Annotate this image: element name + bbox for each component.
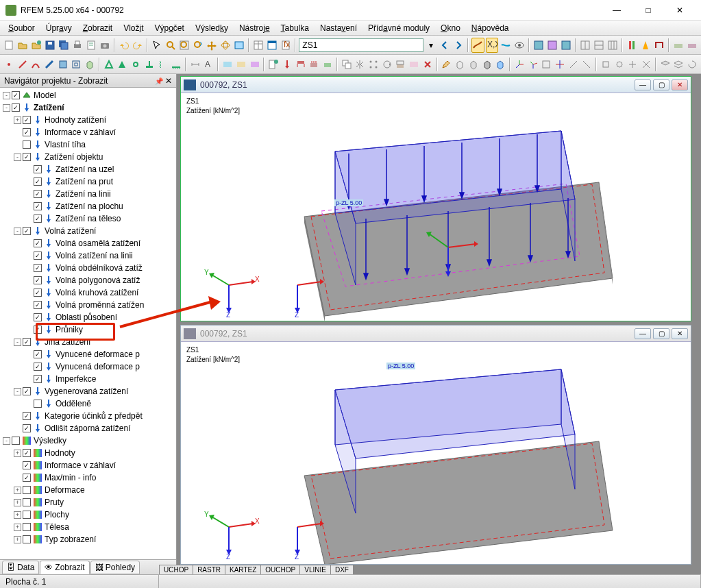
tree-item[interactable]: ✓Zatížení na plochu [0,200,176,212]
menu-okno[interactable]: Okno [435,22,466,34]
menu-vlozit[interactable]: Vložit [118,22,149,34]
saveall-icon[interactable] [58,38,70,53]
tree-checkbox[interactable]: ✓ [34,301,42,309]
menu-nastroje[interactable]: Nástroje [234,22,275,34]
text-icon[interactable]: A [203,57,215,72]
tree-item[interactable]: ✓Vynucená deformace p [0,360,176,373]
doc-icon[interactable] [85,38,97,53]
arc-icon[interactable] [29,57,42,72]
mdi-canvas-1[interactable]: ZS1 Zatížení [kN/m^2] [181,93,691,321]
tree-checkbox[interactable]: ✓ [23,424,31,432]
support3-icon[interactable] [143,57,156,72]
mat2-icon[interactable] [686,38,698,53]
eye-icon[interactable] [513,38,526,53]
tree-item[interactable]: ✓Odlišit záporná zatížení [0,422,176,434]
grid2-icon[interactable] [593,38,605,53]
load-surf-icon[interactable] [308,57,320,72]
snap1-icon[interactable] [600,57,612,72]
view-tab-uchop[interactable]: UCHOP [159,565,193,574]
tree-checkbox[interactable]: ✓ [23,338,31,346]
tree-checkbox[interactable] [12,437,20,445]
lc-new-icon[interactable] [267,57,280,72]
save-icon[interactable] [44,38,56,53]
tree-checkbox[interactable] [23,523,31,531]
tree-expander-icon[interactable]: + [14,536,21,543]
tree-checkbox[interactable]: ✓ [34,165,42,173]
tree-expander-icon[interactable]: - [14,228,21,235]
tree-checkbox[interactable] [23,535,31,543]
opening-icon[interactable] [70,57,82,72]
tree-expander-icon[interactable]: + [14,511,21,519]
axis5-icon[interactable] [567,57,580,72]
open-icon[interactable] [16,38,29,53]
mirror-icon[interactable] [354,57,367,72]
grid1-icon[interactable] [579,38,591,53]
dim-icon[interactable] [189,57,201,72]
tree-item[interactable]: -✓Model [0,89,176,101]
axis6-icon[interactable] [581,57,593,72]
rotate-icon[interactable] [219,38,232,53]
layer1-icon[interactable] [659,57,672,72]
tree-checkbox[interactable]: ✓ [12,91,20,99]
tree-expander-icon[interactable]: - [14,339,21,346]
node-icon[interactable] [3,57,15,72]
tree-checkbox[interactable]: ✓ [12,103,20,112]
mdi-close-1[interactable]: ✕ [672,79,688,90]
menu-moduly[interactable]: Přídavné moduly [362,22,435,34]
tree-item[interactable]: -✓Zatížení [0,101,176,114]
minimize-button[interactable]: — [601,0,632,21]
mdi-titlebar-1[interactable]: 000792, ZS1 — ▢ ✕ [181,77,691,93]
support1-icon[interactable] [103,57,115,72]
new-file-icon[interactable] [3,38,15,53]
close-button[interactable]: ✕ [664,0,696,21]
tree-item[interactable]: ✓Informace v záhlaví [0,126,176,138]
q-icon[interactable] [295,57,307,72]
layer2-icon[interactable] [673,57,685,72]
pan-icon[interactable] [206,38,218,53]
surface-icon[interactable] [57,57,69,72]
tree-checkbox[interactable]: ✓ [34,190,42,198]
rotate-copy-icon[interactable] [381,57,393,72]
view-tab-vlinie[interactable]: VLINIE [299,565,331,574]
nav-next-icon[interactable] [452,38,465,53]
tree-checkbox[interactable]: ✓ [23,153,31,161]
open2-icon[interactable] [30,38,42,53]
axis4-icon[interactable] [554,57,566,72]
tree-checkbox[interactable]: ✓ [34,375,42,383]
print-icon[interactable] [71,38,84,53]
tree-checkbox[interactable]: ✓ [34,313,42,321]
tree-checkbox[interactable]: ✓ [34,326,42,334]
menu-zobrazit[interactable]: Zobrazit [77,22,118,34]
tree-expander-icon[interactable]: - [3,437,10,445]
tree-checkbox[interactable]: ✓ [34,202,42,210]
properties-icon[interactable] [266,38,278,53]
tree-item[interactable]: -✓Zatížení objektu [0,151,176,163]
solid-icon[interactable] [84,57,96,72]
tree-checkbox[interactable]: ✓ [34,350,42,358]
tree-item[interactable]: ✓Volná kruhová zatížení [0,286,176,299]
copy-icon[interactable] [341,57,353,72]
tree-checkbox[interactable]: ✓ [34,363,42,371]
cube4-icon[interactable] [494,57,506,72]
extrude-icon[interactable] [395,57,407,72]
tree-item[interactable]: ✓Volná polygonová zatíž [0,274,176,286]
tree-expander-icon[interactable]: - [3,92,10,99]
tree-checkbox[interactable]: ✓ [34,289,42,297]
tree-expander-icon[interactable]: + [14,450,21,457]
menu-vysledky[interactable]: Výsledky [190,22,234,34]
calculation-icon[interactable]: fx [280,38,292,53]
box2-icon[interactable] [235,57,247,72]
hinge-icon[interactable] [130,57,142,72]
tree-expander-icon[interactable]: - [3,104,10,112]
tree-item[interactable]: ✓Zatížení na prut [0,175,176,188]
nav-prev-icon[interactable] [439,38,451,53]
tree-checkbox[interactable]: ✓ [23,116,31,124]
tree-item[interactable]: ✓Volná zatížení na linii [0,249,176,262]
zoom-fit-icon[interactable] [178,38,190,53]
results-icon[interactable] [471,38,484,53]
navigator-tree[interactable]: -✓Model-✓Zatížení+✓Hodnoty zatížení✓Info… [0,88,176,559]
tree-checkbox[interactable] [23,511,31,519]
frame-icon[interactable] [653,38,665,53]
tree-checkbox[interactable]: ✓ [23,449,31,457]
tree-item[interactable]: +Typ zobrazení [0,533,176,546]
